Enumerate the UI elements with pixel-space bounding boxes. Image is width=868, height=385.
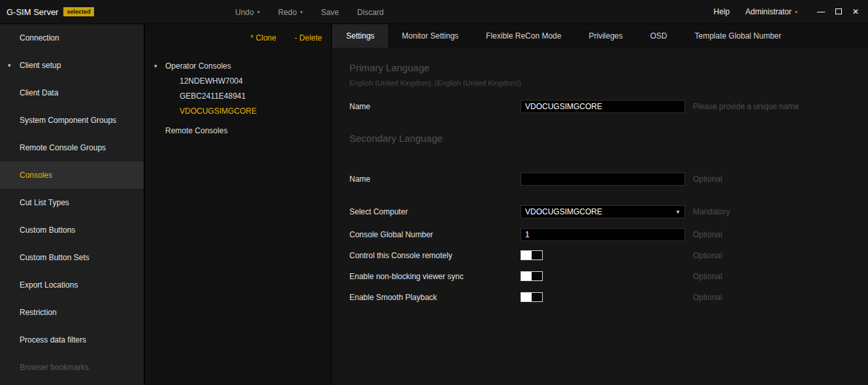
sidebar-item-browser-bookmarks[interactable]: Browser bookmarks (0, 354, 144, 381)
sidebar-item-label: System Component Groups (20, 116, 116, 125)
select-computer-dropdown[interactable]: VDOCUGSIMGCORE ▼ (521, 205, 685, 218)
tab-osd[interactable]: OSD (637, 24, 681, 48)
close-icon[interactable]: ✕ (852, 8, 859, 16)
maximize-box-icon (835, 8, 842, 14)
name-label: Name (349, 102, 521, 111)
save-button[interactable]: Save (321, 8, 338, 17)
save-label: Save (321, 8, 338, 17)
delete-button[interactable]: - Delete (295, 33, 322, 42)
minimize-icon[interactable]: — (817, 8, 825, 16)
sidebar-item-remote-console-groups[interactable]: Remote Console Groups (0, 134, 144, 161)
discard-label: Discard (357, 8, 384, 17)
sidebar-item-restriction[interactable]: Restriction (0, 299, 144, 326)
clone-button[interactable]: * Clone (251, 33, 276, 42)
tab-template-global-number[interactable]: Template Global Number (681, 24, 796, 48)
sidebar-item-custom-button-sets[interactable]: Custom Button Sets (0, 244, 144, 271)
field-hint: Please provide a unique name (693, 102, 799, 111)
tab-settings[interactable]: Settings (332, 24, 388, 48)
toggle-cell (521, 292, 685, 302)
sidebar-item-label: Client setup (20, 61, 61, 70)
sidebar-item-system-component-groups[interactable]: System Component Groups (0, 107, 144, 134)
console-global-number-input[interactable] (521, 228, 685, 241)
tab-monitor-settings[interactable]: Monitor Settings (388, 24, 472, 48)
sidebar-item-export-locations[interactable]: Export Locations (0, 271, 144, 299)
control-remotely-toggle[interactable] (521, 250, 543, 260)
sidebar-item-cut-list-types[interactable]: Cut List Types (0, 189, 144, 216)
main-panel: Settings Monitor Settings Flexible ReCon… (332, 24, 868, 385)
field-hint: Optional (693, 251, 722, 260)
user-menu[interactable]: Administrator ▾ (745, 7, 797, 16)
tree-item-label: VDOCUGSIMGCORE (180, 107, 257, 116)
tree-item-operator-consoles[interactable]: ▾ Operator Consoles (145, 58, 331, 73)
maximize-icon[interactable] (835, 8, 842, 16)
name-label: Name (349, 175, 521, 184)
sidebar-item-connection[interactable]: Connection (0, 24, 144, 52)
sidebar-item-custom-buttons[interactable]: Custom Buttons (0, 216, 144, 244)
tree-item-remote-consoles[interactable]: Remote Consoles (145, 123, 331, 138)
selected-badge: selected (63, 7, 93, 16)
redo-menu[interactable]: Redo ▾ (278, 8, 303, 17)
toggle-knob (521, 251, 532, 259)
tree-item-label: 12NDEWHW7004 (180, 76, 243, 86)
viewer-sync-label: Enable non-blocking viewer sync (349, 272, 521, 281)
chevron-down-icon: ▾ (8, 62, 11, 69)
sidebar-item-client-setup[interactable]: ▾ Client setup (0, 52, 144, 79)
field-hint: Optional (693, 293, 722, 302)
app-window: G-SIM Server selected Undo ▾ Redo ▾ Save… (0, 0, 868, 385)
console-tree-panel: * Clone - Delete ▾ Operator Consoles 12N… (144, 24, 332, 385)
console-global-number-label: Console Global Number (349, 230, 521, 239)
main-menu: Undo ▾ Redo ▾ Save Discard (235, 0, 383, 24)
app-title: G-SIM Server (7, 7, 58, 17)
chevron-down-icon: ▾ (154, 63, 157, 69)
toggle-cell (521, 271, 685, 281)
user-label: Administrator (745, 7, 792, 16)
form-row-secondary-name: Name Optional (349, 173, 868, 186)
tree-item-console[interactable]: 12NDEWHW7004 (145, 73, 331, 88)
tree-item-label: GEBC2411E48941 (180, 92, 246, 101)
primary-language-heading: Primary Language (349, 62, 868, 73)
select-computer-value: VDOCUGSIMGCORE (525, 207, 602, 216)
field-hint: Optional (693, 230, 722, 239)
chevron-down-icon: ▼ (675, 209, 681, 215)
sidebar-item-label: Custom Buttons (20, 226, 75, 235)
select-computer-label: Select Computer (349, 207, 521, 216)
sidebar-item-consoles[interactable]: Consoles (0, 161, 144, 189)
sidebar-item-label: Connection (20, 33, 59, 42)
primary-language-subtitle: English (United Kingdom), (English (Unit… (349, 79, 868, 87)
toggle-knob (521, 272, 532, 280)
settings-form: Primary Language English (United Kingdom… (332, 62, 868, 302)
tree-item-console-selected[interactable]: VDOCUGSIMGCORE (145, 103, 331, 118)
chevron-down-icon: ▾ (300, 9, 302, 15)
form-row-primary-name: Name Please provide a unique name (349, 100, 868, 113)
toggle-cell (521, 250, 685, 260)
redo-label: Redo (278, 8, 297, 17)
viewer-sync-toggle[interactable] (521, 271, 543, 281)
smooth-playback-toggle[interactable] (521, 292, 543, 302)
tab-privileges[interactable]: Privileges (575, 24, 636, 48)
form-row-smooth-playback: Enable Smooth Playback Optional (349, 292, 868, 302)
tab-flexible-recon-mode[interactable]: Flexible ReCon Mode (472, 24, 575, 48)
tree-actions: * Clone - Delete (145, 24, 331, 42)
sidebar-item-client-data[interactable]: Client Data (0, 79, 144, 107)
tab-bar: Settings Monitor Settings Flexible ReCon… (332, 24, 868, 48)
sidebar-item-label: Restriction (20, 308, 57, 317)
field-hint: Mandatory (693, 207, 730, 216)
sidebar: Connection ▾ Client setup Client Data Sy… (0, 24, 144, 385)
discard-button[interactable]: Discard (357, 8, 384, 17)
tree-item-label: Operator Consoles (165, 61, 231, 71)
chevron-down-icon: ▾ (257, 9, 260, 15)
secondary-name-input[interactable] (521, 173, 685, 186)
primary-name-input[interactable] (521, 100, 685, 113)
tree-item-label: Remote Consoles (165, 126, 227, 135)
form-row-viewer-sync: Enable non-blocking viewer sync Optional (349, 271, 868, 281)
undo-label: Undo (235, 8, 254, 17)
help-menu[interactable]: Help (714, 7, 730, 16)
titlebar: G-SIM Server selected Undo ▾ Redo ▾ Save… (0, 0, 868, 24)
sidebar-item-label: Process data filters (20, 335, 86, 344)
sidebar-item-label: Remote Console Groups (20, 143, 106, 152)
field-hint: Optional (693, 272, 722, 281)
sidebar-item-process-data-filters[interactable]: Process data filters (0, 326, 144, 354)
tree-item-console[interactable]: GEBC2411E48941 (145, 88, 331, 103)
secondary-language-heading: Secondary Language (349, 133, 868, 144)
undo-menu[interactable]: Undo ▾ (235, 8, 260, 17)
